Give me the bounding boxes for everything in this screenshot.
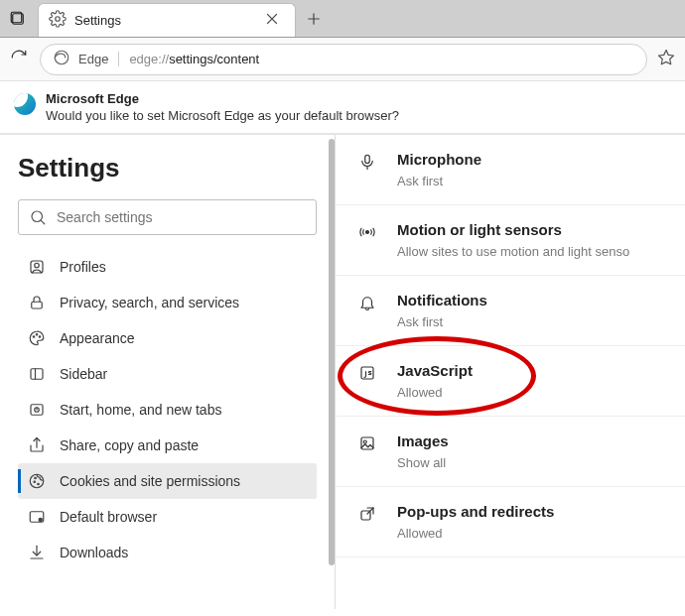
browser-toolbar: Edge edge://settings/content [0, 38, 685, 81]
svg-rect-35 [361, 437, 373, 449]
download-icon [28, 544, 46, 561]
permission-desc: Ask first [397, 314, 487, 329]
settings-content: MicrophoneAsk first Motion or light sens… [336, 135, 685, 609]
sidebar-item-profiles[interactable]: Profiles [18, 249, 317, 285]
svg-line-10 [41, 220, 44, 223]
popup-icon [355, 505, 379, 523]
sidebar-item-downloads[interactable]: Downloads [18, 535, 317, 570]
svg-point-26 [35, 477, 37, 479]
permission-title: Motion or light sensors [397, 221, 629, 238]
close-tab-button[interactable] [259, 10, 285, 31]
svg-point-15 [36, 334, 38, 336]
infobar-title: Microsoft Edge [46, 91, 399, 106]
permission-desc: Show all [397, 455, 449, 470]
permission-desc: Allowed [397, 526, 554, 541]
permission-title: JavaScript [397, 362, 473, 379]
permission-popups[interactable]: Pop-ups and redirectsAllowed [336, 487, 685, 557]
svg-point-9 [32, 211, 43, 222]
star-icon [657, 49, 675, 66]
sidebar-item-label: Start, home, and new tabs [60, 402, 221, 418]
search-icon [29, 208, 47, 226]
svg-point-33 [366, 231, 369, 234]
sidebar-scrollbar[interactable] [329, 139, 335, 565]
permission-images[interactable]: ImagesShow all [336, 417, 685, 487]
sidebar-item-label: Profiles [60, 259, 106, 275]
permission-title: Pop-ups and redirects [397, 503, 554, 520]
lock-icon [28, 294, 46, 311]
power-icon [28, 401, 46, 419]
permission-notifications[interactable]: NotificationsAsk first [336, 276, 685, 346]
permission-desc: Ask first [397, 174, 481, 188]
sidebar-item-label: Cookies and site permissions [60, 473, 240, 489]
settings-sidebar: Settings Profiles Privacy, search, and s… [0, 135, 335, 609]
sidebar-item-label: Appearance [60, 330, 135, 346]
plus-icon [305, 10, 323, 28]
scheme-label: Edge [78, 52, 119, 66]
svg-point-36 [363, 440, 366, 443]
search-settings-box[interactable] [18, 199, 317, 235]
permission-microphone[interactable]: MicrophoneAsk first [336, 135, 685, 205]
search-input[interactable] [57, 209, 306, 225]
permission-motion-sensors[interactable]: Motion or light sensorsAllow sites to us… [336, 205, 685, 276]
tab-actions-icon [9, 10, 27, 28]
permission-title: Images [397, 432, 449, 449]
permission-desc: Allowed [397, 385, 473, 400]
permission-desc: Allow sites to use motion and light sens… [397, 244, 629, 259]
sidebar-item-privacy[interactable]: Privacy, search, and services [18, 285, 317, 320]
svg-marker-8 [659, 50, 674, 63]
tab-strip: Settings [0, 0, 685, 38]
sidebar-item-cookies[interactable]: Cookies and site permissions [18, 463, 317, 499]
svg-point-16 [39, 336, 41, 338]
settings-main: Settings Profiles Privacy, search, and s… [0, 134, 685, 609]
cookie-icon [28, 472, 46, 490]
sidebar-item-label: Default browser [60, 509, 157, 525]
gear-icon [49, 10, 67, 32]
share-icon [28, 436, 46, 454]
favorite-button[interactable] [657, 49, 675, 70]
bell-icon [355, 294, 379, 311]
permission-javascript[interactable]: JavaScriptAllowed [336, 346, 685, 417]
sidebar-item-sidebar[interactable]: Sidebar [18, 356, 317, 392]
edge-icon [53, 49, 70, 70]
page-title: Settings [18, 153, 317, 184]
settings-nav: Profiles Privacy, search, and services A… [18, 249, 317, 570]
close-icon [263, 10, 281, 28]
svg-point-7 [55, 51, 68, 64]
svg-point-12 [35, 263, 40, 268]
browser-icon [28, 508, 46, 526]
svg-rect-31 [365, 155, 370, 163]
sidebar-item-start[interactable]: Start, home, and new tabs [18, 392, 317, 428]
sidebar-item-appearance[interactable]: Appearance [18, 320, 317, 356]
sidebar-item-share[interactable]: Share, copy and paste [18, 428, 317, 463]
svg-rect-13 [32, 302, 43, 308]
infobar-subtitle: Would you like to set Microsoft Edge as … [46, 108, 399, 123]
sidebar-item-label: Downloads [60, 545, 128, 560]
js-icon [355, 364, 379, 382]
svg-rect-17 [31, 369, 43, 380]
default-browser-infobar: Microsoft Edge Would you like to set Mic… [0, 81, 685, 134]
profile-icon [28, 258, 46, 276]
palette-icon [28, 329, 46, 347]
edge-logo-icon [14, 93, 36, 115]
permission-title: Microphone [397, 151, 481, 168]
sidebar-item-label: Sidebar [60, 366, 107, 382]
panel-icon [28, 365, 46, 383]
svg-point-2 [56, 16, 61, 21]
new-tab-button[interactable] [296, 1, 332, 37]
permission-title: Notifications [397, 292, 487, 308]
address-bar[interactable]: Edge edge://settings/content [40, 44, 647, 75]
permission-list: MicrophoneAsk first Motion or light sens… [336, 135, 685, 557]
reload-icon [10, 49, 28, 66]
sidebar-item-label: Privacy, search, and services [60, 295, 239, 310]
svg-point-24 [34, 481, 36, 483]
microphone-icon [355, 153, 379, 171]
tab-title: Settings [74, 13, 259, 28]
svg-point-25 [38, 483, 40, 485]
reload-button[interactable] [10, 49, 28, 70]
tab-actions-button[interactable] [0, 1, 36, 37]
svg-point-28 [39, 518, 44, 523]
url-text: edge://settings/content [129, 52, 259, 66]
sidebar-item-default-browser[interactable]: Default browser [18, 499, 317, 535]
sidebar-item-label: Share, copy and paste [60, 437, 199, 453]
browser-tab[interactable]: Settings [38, 3, 296, 37]
